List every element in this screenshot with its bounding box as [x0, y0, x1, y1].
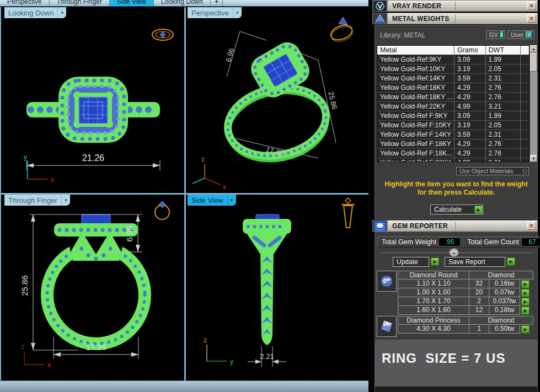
metal-row[interactable]: Yellow Gold-Ref:18KY ...4.292.76: [377, 93, 529, 102]
metal-row[interactable]: Yellow Gold-Ref F:9KY3.091.99: [377, 111, 529, 121]
metal-row[interactable]: Yellow Gold-Ref F:18KY4.292.76: [377, 139, 529, 149]
panel-title: GEM REPORTER: [388, 222, 448, 230]
collapse-icon[interactable]: ▲: [449, 248, 459, 257]
view-tab-side-view[interactable]: Side View: [110, 0, 154, 7]
orientation-ring-icon: [341, 198, 355, 228]
ring-size-box: RING SIZE = 7 US: [375, 340, 537, 386]
axis-up-label: y: [24, 153, 27, 161]
axis-up-label: z: [21, 343, 24, 351]
library-label: Library: METAL: [380, 31, 425, 39]
metal-row[interactable]: Yellow Gold-Ref F:22KY4.993.21: [377, 158, 529, 162]
gem-row-play-icon[interactable]: ▶: [521, 280, 530, 288]
dim-head-height-label: 6.96: [125, 225, 134, 241]
use-object-materials-button[interactable]: Use Object Materials: [456, 167, 529, 175]
gem-row[interactable]: 4.30 X 4.3010.50tw▶: [398, 325, 533, 334]
ring-side-view-drawing: 2.21 z y: [186, 195, 368, 380]
orientation-ring-icon: [155, 201, 169, 219]
gem-reporter-icon: [372, 220, 387, 232]
round-gem-icon: [377, 271, 397, 292]
metal-row[interactable]: Yellow Gold-Ref F:18K...4.292.76: [377, 149, 529, 158]
gem-type-header: Diamond Princess: [398, 316, 469, 325]
metal-row[interactable]: Yellow Gold-Ref:9KY3.091.99: [377, 55, 529, 65]
radio-icon: [522, 169, 527, 174]
close-icon[interactable]: ✕: [527, 222, 536, 230]
dim-height-label: 25.86: [327, 91, 339, 110]
viewport-looking-down[interactable]: Looking Down ▾ 21.26: [0, 7, 184, 193]
metal-table-header: Metal Grams DWT: [377, 46, 529, 55]
view-tab-looking-down[interactable]: Looking Down: [154, 0, 211, 7]
calculate-button[interactable]: Calculate ▶: [430, 205, 483, 214]
gem-row-play-icon[interactable]: ▶: [521, 325, 530, 334]
panel-title: METAL WEIGHTS: [388, 15, 449, 23]
axis-right-label: x: [223, 183, 226, 191]
gv-button[interactable]: GV I: [486, 30, 505, 39]
update-button[interactable]: Update: [393, 257, 429, 267]
instruction-text: Highlight the item you want to find the …: [375, 180, 537, 197]
update-play-icon[interactable]: ▶: [431, 257, 439, 266]
gem-row-play-icon[interactable]: ▶: [521, 307, 530, 315]
user-indicator-icon: I: [526, 31, 532, 38]
viewport-label-through-finger[interactable]: Through Finger ▾: [4, 195, 70, 206]
gem-groups: Diamond RoundDiamond1.10 X 1.10320.16tw▶…: [377, 271, 535, 338]
metal-row[interactable]: Yellow Gold-Ref:14KY3.592.31: [377, 74, 529, 83]
add-view-tab[interactable]: +: [211, 0, 223, 7]
ring-size-text: RING SIZE = 7 US: [382, 351, 505, 366]
view-tab-bar: PerspectiveThrough FingerSide ViewLookin…: [0, 0, 368, 7]
scrollbar-thumb[interactable]: [530, 53, 537, 72]
metal-table-rows: Yellow Gold-Ref:9KY3.091.99Yellow Gold-R…: [377, 55, 529, 162]
close-icon[interactable]: ✕: [527, 14, 536, 23]
gem-row[interactable]: 1.70 X 1.7020.037tw▶: [398, 297, 533, 306]
gem-row-play-icon[interactable]: ▶: [521, 289, 530, 297]
dropdown-arrow-icon[interactable]: ▾: [227, 195, 236, 206]
ring-front-view-drawing: 25.86 6.96 17.35 z x: [1, 195, 184, 380]
view-tab-through-finger[interactable]: Through Finger: [50, 0, 110, 7]
gem-reporter-header: GEM REPORTER ✕: [372, 220, 538, 232]
metal-row[interactable]: Yellow Gold-Ref:22KY4.993.21: [377, 102, 529, 111]
metal-row[interactable]: Yellow Gold-Ref:10KY3.192.05: [377, 65, 529, 74]
ring-top-view-drawing: 21.26 y x: [1, 7, 184, 193]
viewport-label-side-view[interactable]: Side View ▾: [188, 195, 236, 206]
dropdown-arrow-icon[interactable]: ▾: [61, 195, 70, 206]
window-bottom-strip: [0, 380, 368, 392]
gem-row-play-icon[interactable]: ▶: [521, 298, 530, 306]
viewport-perspective[interactable]: Perspective ▾ 6.96 25.86 17.35: [186, 7, 368, 193]
right-panel-column: VRAY RENDER ✕ METAL WEIGHTS ✕ Library: M…: [368, 0, 540, 392]
scroll-down-icon[interactable]: ▼: [530, 155, 537, 162]
close-icon[interactable]: ✕: [527, 2, 536, 10]
ring-perspective-drawing: 6.96 25.86 17.35 z x: [186, 7, 368, 193]
dropdown-arrow-icon[interactable]: ▾: [57, 7, 66, 18]
gem-row[interactable]: 1.60 X 1.60120.18tw▶: [398, 306, 533, 315]
gem-row[interactable]: 1.00 X 1.00200.07tw▶: [398, 288, 533, 297]
scroll-up-icon[interactable]: ▲: [530, 45, 537, 52]
save-report-button[interactable]: Save Report: [445, 257, 505, 267]
viewport-label-perspective[interactable]: Perspective ▾: [188, 7, 242, 18]
dropdown-arrow-icon[interactable]: ▾: [233, 7, 242, 18]
save-report-play-icon[interactable]: ▶: [507, 257, 515, 266]
metal-row[interactable]: Yellow Gold-Ref F:10KY3.192.05: [377, 121, 529, 130]
total-gem-count-value: 67: [521, 238, 540, 246]
metal-table-scrollbar[interactable]: ▲ ▼: [530, 45, 537, 162]
user-button[interactable]: User I: [507, 30, 534, 39]
viewport-side-view[interactable]: Side View ▾ 2.21: [186, 195, 368, 380]
vray-render-header: VRAY RENDER ✕: [372, 0, 538, 12]
orientation-ring-icon: [152, 29, 173, 40]
vray-render-icon: [372, 0, 387, 12]
metal-weights-header: METAL WEIGHTS ✕: [372, 13, 538, 24]
metal-row[interactable]: Yellow Gold-Ref:18KY4.292.76: [377, 83, 529, 93]
total-gem-weight-label: Total Gem Weight: [379, 238, 439, 246]
gem-totals-row: Total Gem Weight .95 Total Gem Count 67: [377, 237, 536, 248]
viewport-label-looking-down[interactable]: Looking Down ▾: [4, 7, 66, 18]
metal-row[interactable]: Yellow Gold-Ref F:14KY3.592.31: [377, 130, 529, 139]
gem-row[interactable]: 1.10 X 1.10320.16tw▶: [398, 280, 533, 288]
view-tab-perspective[interactable]: Perspective: [0, 0, 50, 7]
total-gem-weight-value: .95: [439, 238, 461, 246]
dim-head-height-label: 6.96: [224, 47, 236, 63]
gem-type-header: Diamond Round: [398, 271, 469, 280]
axis-right-label: x: [47, 361, 51, 369]
dim-width-label: 21.26: [82, 153, 104, 163]
metal-table: Metal Grams DWT Yellow Gold-Ref:9KY3.091…: [377, 45, 530, 162]
viewport-through-finger[interactable]: Through Finger ▾ 25.86: [0, 195, 184, 380]
princess-gem-icon: [377, 316, 397, 337]
axis-up-label: z: [201, 155, 205, 163]
axis-up-label: z: [204, 336, 207, 344]
